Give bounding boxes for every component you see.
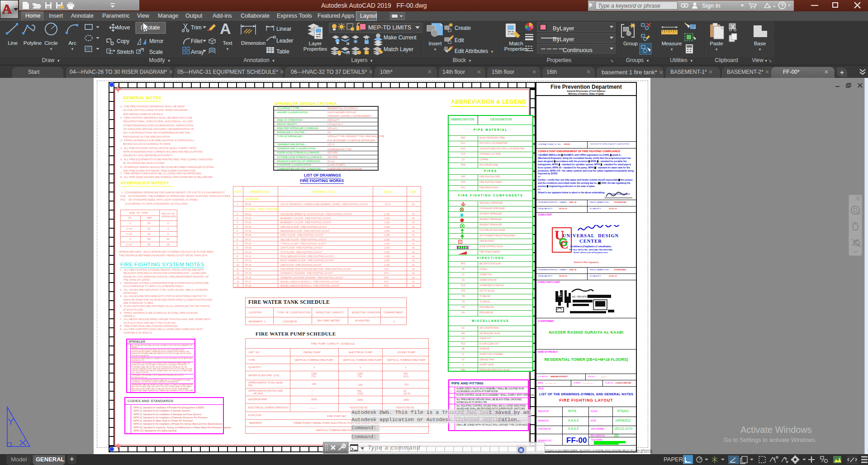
svg-text:AL-SRAIYA: AL-SRAIYA [572,295,588,298]
svg-text:2D: 2D [857,212,861,215]
svg-text:signature/stamp/date: signature/stamp/date [609,192,630,195]
